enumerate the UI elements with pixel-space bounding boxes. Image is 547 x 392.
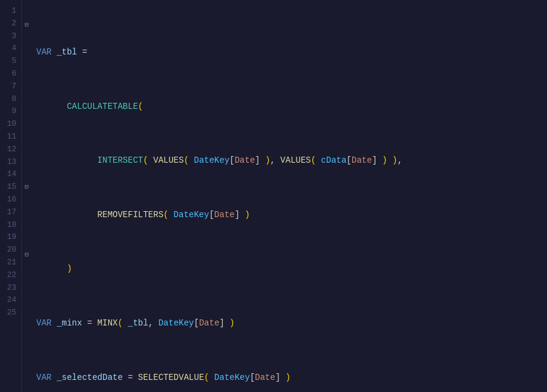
line-num-8: 8 [0, 93, 21, 106]
fold-1 [22, 5, 31, 18]
line-num-24: 24 [0, 294, 21, 307]
fold-6 [22, 73, 31, 86]
line-num-17: 17 [0, 206, 21, 219]
line-num-23: 23 [0, 282, 21, 295]
fold-17 [22, 221, 31, 235]
fold-7 [22, 86, 31, 99]
line-num-12: 12 [0, 143, 21, 156]
line-num-22: 22 [0, 269, 21, 282]
code-line-3: INTERSECT( VALUES( DateKey[Date] ), VALU… [36, 154, 547, 167]
code-line-6: VAR _minx = MINX( _tbl, DateKey[Date] ) [36, 316, 547, 330]
fold-20 [22, 262, 31, 275]
fold-21 [22, 276, 31, 289]
code-line-4: REMOVEFILTERS( DateKey[Date] ) [36, 208, 547, 221]
line-num-2: 2 [0, 18, 21, 30]
code-line-2: CALCULATETABLE( [36, 100, 547, 113]
fold-19[interactable]: ⊟ [22, 249, 31, 262]
code-line-7: VAR _selectedDate = SELECTEDVALUE( DateK… [36, 371, 547, 384]
line-num-18: 18 [0, 219, 21, 232]
fold-8 [22, 100, 31, 113]
fold-16 [22, 208, 31, 221]
line-num-19: 19 [0, 231, 21, 244]
line-num-21: 21 [0, 256, 21, 269]
fold-11 [22, 140, 31, 154]
fold-4 [22, 45, 31, 59]
code-line-5: ) [36, 262, 547, 275]
line-num-3: 3 [0, 30, 21, 43]
fold-15 [22, 194, 31, 207]
line-num-10: 10 [0, 118, 21, 131]
fold-5 [22, 59, 31, 73]
code-editor: 1 2 3 4 5 6 7 8 9 10 11 12 13 14 15 16 1… [0, 0, 547, 392]
line-num-5: 5 [0, 55, 21, 68]
line-num-20: 20 [0, 244, 21, 256]
fold-13 [22, 168, 31, 181]
line-num-13: 13 [0, 156, 21, 169]
fold-25 [22, 330, 31, 343]
fold-9 [22, 113, 31, 126]
line-num-14: 14 [0, 168, 21, 181]
line-numbers: 1 2 3 4 5 6 7 8 9 10 11 12 13 14 15 16 1… [0, 0, 22, 392]
code-lines: VAR _tbl = CALCULATETABLE( INTERSECT( VA… [31, 0, 547, 392]
fold-18 [22, 235, 31, 249]
line-num-6: 6 [0, 68, 21, 80]
code-content: 1 2 3 4 5 6 7 8 9 10 11 12 13 14 15 16 1… [0, 0, 547, 392]
fold-10 [22, 127, 31, 140]
fold-23 [22, 303, 31, 316]
fold-22 [22, 289, 31, 302]
line-num-11: 11 [0, 131, 21, 143]
line-num-9: 9 [0, 105, 21, 118]
fold-2[interactable]: ⊟ [22, 18, 31, 31]
line-num-16: 16 [0, 194, 21, 206]
line-num-7: 7 [0, 80, 21, 93]
line-num-25: 25 [0, 307, 21, 319]
fold-24 [22, 316, 31, 330]
fold-12 [22, 154, 31, 167]
fold-indicators: ⊟ ⊟ ⊟ [22, 0, 31, 392]
line-num-1: 1 [0, 5, 21, 18]
fold-14[interactable]: ⊟ [22, 181, 31, 194]
fold-3 [22, 32, 31, 45]
line-num-4: 4 [0, 42, 21, 55]
line-num-15: 15 [0, 181, 21, 194]
code-line-1: VAR _tbl = [36, 45, 547, 59]
